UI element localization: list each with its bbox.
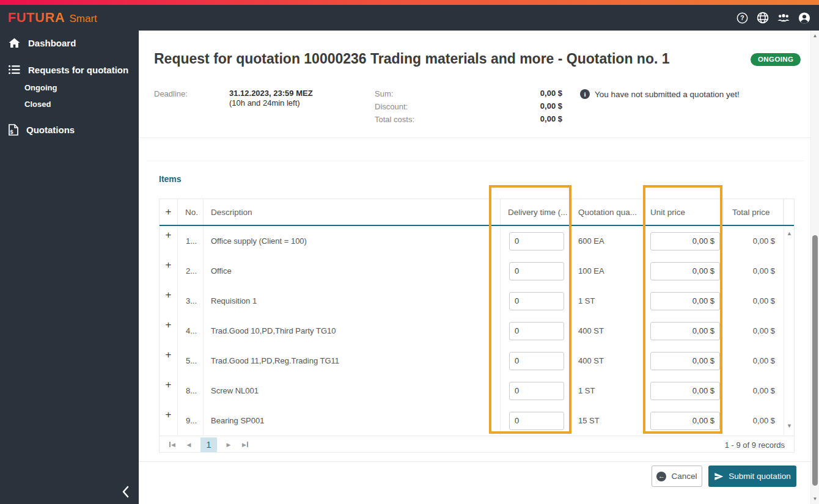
row-description: Screw NL001 (204, 376, 501, 406)
status-badge: ONGOING (751, 53, 801, 66)
delivery-time-input[interactable] (509, 232, 564, 250)
back-arrow-icon: ← (656, 472, 666, 481)
expand-all-button[interactable]: + (160, 199, 178, 225)
table-row: + 3... Requisition 1 1 ST 0,00 $ (160, 286, 794, 316)
row-description: Requisition 1 (204, 286, 501, 316)
row-quantity: 400 ST (572, 316, 644, 346)
cancel-button-label: Cancel (671, 472, 697, 481)
svg-text:?: ? (740, 15, 744, 21)
row-no: 8... (178, 376, 204, 406)
row-no: 5... (178, 346, 204, 376)
submit-button-label: Submit quotation (729, 472, 790, 481)
pagination-next-button[interactable]: ▶ (224, 440, 233, 450)
app-window: FUTURA Smart ? Dashboard (0, 0, 819, 504)
delivery-time-input[interactable] (509, 412, 564, 430)
help-icon[interactable]: ? (736, 12, 748, 24)
column-header-description: Description (204, 199, 501, 225)
expand-row-button[interactable]: + (160, 226, 178, 256)
delivery-time-input[interactable] (509, 292, 564, 310)
pagination-prev-button[interactable]: ◀ (184, 440, 194, 450)
chevron-left-icon (120, 485, 130, 499)
sidebar-subitem-ongoing[interactable]: Ongoing (24, 83, 57, 92)
row-total-price: 0,00 $ (724, 406, 784, 436)
delivery-time-input[interactable] (509, 262, 564, 280)
discount-label: Discount: (375, 102, 408, 111)
pagination-first-button[interactable]: ◀ (167, 440, 177, 450)
sidebar-item-dashboard[interactable]: Dashboard (0, 36, 76, 49)
row-quantity: 400 ST (572, 346, 644, 376)
table-scrollbar-cell (784, 346, 794, 376)
submit-quotation-button[interactable]: Submit quotation (708, 466, 796, 487)
row-no: 3... (178, 286, 204, 316)
pagination-last-button[interactable]: ▶ (240, 440, 250, 450)
sidebar-item-label: Requests for quotation (28, 65, 128, 75)
table-scroll-down-icon[interactable]: ▼ (787, 423, 792, 429)
table-row: + 5... Trad.Good 11,PD,Reg.Trading TG11 … (160, 346, 794, 376)
collapse-sidebar-button[interactable] (116, 483, 134, 501)
unit-price-input[interactable] (650, 232, 720, 250)
row-total-price: 0,00 $ (724, 226, 784, 256)
expand-row-button[interactable]: + (160, 346, 178, 376)
row-total-price: 0,00 $ (724, 286, 784, 316)
row-no: 9... (178, 406, 204, 436)
scrollbar-up-icon[interactable]: ▲ (811, 33, 819, 38)
delivery-time-input[interactable] (509, 352, 564, 370)
deadline-label: Deadline: (154, 89, 188, 98)
table-scrollbar-cell (784, 376, 794, 406)
first-page-icon (169, 442, 171, 447)
sidebar-item-quotations[interactable]: $ Quotations (0, 123, 75, 136)
column-header-unit-price: Unit price (644, 199, 724, 225)
expand-row-button[interactable]: + (160, 316, 178, 346)
deadline-remaining: (10h and 24min left) (229, 98, 300, 108)
app-logo: FUTURA Smart (8, 10, 97, 26)
total-costs-label: Total costs: (375, 115, 414, 124)
expand-row-button[interactable]: + (160, 406, 178, 436)
header-icon-group: ? (736, 12, 810, 24)
discount-value: 0,00 $ (489, 101, 562, 111)
expand-row-button[interactable]: + (160, 376, 178, 406)
column-header-quotation-quantity: Quotation qua... (572, 199, 644, 225)
sidebar-item-requests[interactable]: Requests for quotation (0, 63, 128, 76)
account-icon[interactable] (798, 12, 810, 24)
table-pagination: ◀ ◀ 1 ▶ ▶ 1 - 9 of 9 records (160, 436, 794, 453)
unit-price-input[interactable] (650, 412, 720, 430)
expand-row-button[interactable]: + (160, 256, 178, 286)
unit-price-input[interactable] (650, 352, 720, 370)
table-row: + 8... Screw NL001 1 ST 0,00 $ (160, 376, 794, 406)
last-page-icon (247, 442, 248, 447)
column-header-delivery-time: Delivery time (... (501, 199, 572, 225)
language-globe-icon[interactable] (757, 12, 769, 24)
row-description: Office supply (Client = 100) (204, 226, 501, 256)
row-quantity: 100 EA (572, 256, 644, 286)
table-scroll-up-icon[interactable]: ▲ (787, 230, 792, 236)
table-scrollbar-cell (784, 406, 794, 436)
unit-price-input[interactable] (650, 292, 720, 310)
pagination-page-1[interactable]: 1 (200, 437, 217, 452)
table-row: + 9... Bearing SP001 15 ST 0,00 $ (160, 406, 794, 436)
row-no: 1... (178, 226, 204, 256)
sidebar-subitem-closed[interactable]: Closed (24, 100, 51, 109)
unit-price-input[interactable] (650, 322, 720, 340)
row-description: Bearing SP001 (204, 406, 501, 436)
records-count: 1 - 9 of 9 records (725, 440, 785, 450)
unit-price-input[interactable] (650, 382, 720, 400)
scrollbar-thumb[interactable] (812, 235, 818, 486)
page-scrollbar[interactable]: ▲ ▼ (810, 31, 819, 504)
unit-price-input[interactable] (650, 262, 720, 280)
items-section-title: Items (159, 174, 182, 184)
sidebar: Dashboard Requests for quotation Ongoing… (0, 31, 139, 504)
brand-suffix: Smart (69, 13, 97, 25)
section-divider (147, 161, 804, 161)
column-header-total-price: Total price (724, 199, 784, 225)
row-quantity: 1 ST (572, 286, 644, 316)
community-icon[interactable] (777, 12, 790, 24)
expand-row-button[interactable]: + (160, 286, 178, 316)
svg-text:$: $ (10, 128, 13, 134)
delivery-time-input[interactable] (509, 382, 564, 400)
scrollbar-down-icon[interactable]: ▼ (811, 496, 819, 502)
table-scrollbar-header-cell (784, 199, 794, 225)
main-content: Request for quotation 10000236 Trading m… (139, 31, 810, 504)
cancel-button[interactable]: ← Cancel (652, 466, 702, 487)
delivery-time-input[interactable] (509, 322, 564, 340)
info-icon: i (580, 89, 590, 99)
